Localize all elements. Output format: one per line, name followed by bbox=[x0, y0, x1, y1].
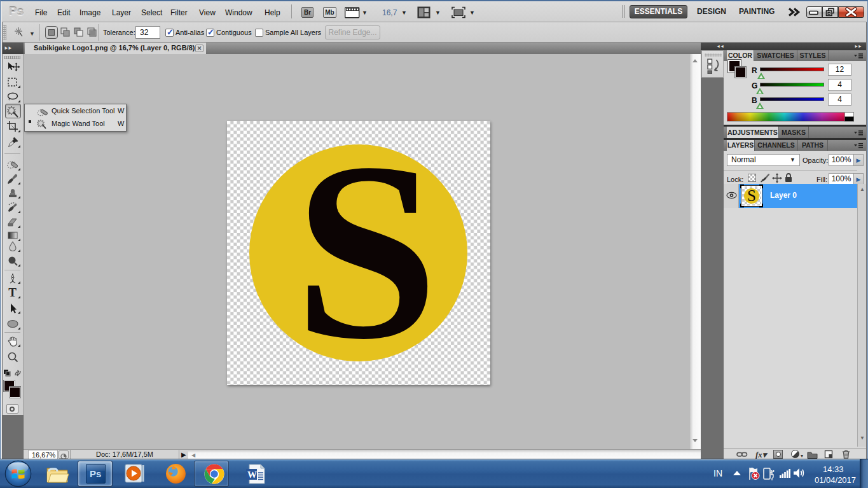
svg-text:W: W bbox=[247, 470, 257, 480]
